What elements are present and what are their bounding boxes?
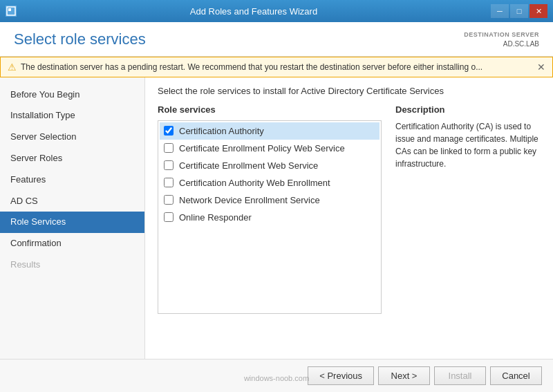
window-controls: ─ □ ✕ (491, 4, 547, 18)
window-body: Select role services DESTINATION SERVER … (0, 22, 553, 392)
description-column: Description Certification Authority (CA)… (395, 104, 541, 351)
sidebar: Before You Begin Installation Type Serve… (0, 77, 145, 359)
service-item-enrollment-web[interactable]: Certificate Enrollment Web Service (160, 157, 379, 174)
service-checkbox-enrollment-policy[interactable] (164, 143, 174, 153)
service-label-1: Certificate Enrollment Policy Web Servic… (179, 143, 345, 153)
service-checkbox-enrollment-web[interactable] (164, 160, 174, 170)
window-title: Add Roles and Features Wizard (17, 6, 491, 17)
destination-server-info: DESTINATION SERVER AD.SC.LAB (464, 30, 539, 49)
service-label-4: Network Device Enrollment Service (179, 195, 320, 205)
service-item-online-responder[interactable]: Online Responder (160, 209, 379, 226)
close-button[interactable]: ✕ (529, 4, 547, 18)
destination-server-name: AD.SC.LAB (464, 39, 539, 49)
main-content: Select the role services to install for … (145, 77, 553, 359)
warning-close-button[interactable]: ✕ (537, 62, 545, 73)
header: Select role services DESTINATION SERVER … (0, 22, 553, 57)
services-list: Certification Authority Certificate Enro… (158, 120, 382, 314)
sidebar-item-features[interactable]: Features (0, 169, 144, 191)
sidebar-item-installation-type[interactable]: Installation Type (0, 105, 144, 127)
page-title: Select role services (14, 30, 146, 48)
sidebar-item-ad-cs[interactable]: AD CS (0, 191, 144, 212)
service-label-3: Certification Authority Web Enrollment (179, 178, 330, 188)
warning-bar: ⚠ The destination server has a pending r… (0, 57, 553, 77)
sidebar-item-server-roles[interactable]: Server Roles (0, 148, 144, 169)
destination-label: DESTINATION SERVER (464, 30, 539, 39)
install-button[interactable]: Install (434, 366, 486, 385)
sidebar-item-server-selection[interactable]: Server Selection (0, 127, 144, 148)
maximize-button[interactable]: □ (510, 4, 528, 18)
service-item-ca-web-enrollment[interactable]: Certification Authority Web Enrollment (160, 174, 379, 192)
warning-icon: ⚠ (8, 62, 17, 73)
description-body: Certification Authority (CA) is used to … (395, 120, 541, 170)
app-icon (6, 6, 17, 17)
warning-text: The destination server has a pending res… (21, 62, 532, 72)
services-column: Role services Certification Authority Ce… (158, 104, 382, 351)
content-area: Before You Begin Installation Type Serve… (0, 77, 553, 359)
two-column-layout: Role services Certification Authority Ce… (158, 104, 541, 351)
service-checkbox-certification-authority[interactable] (164, 126, 174, 136)
sidebar-item-role-services[interactable]: Role Services (0, 212, 144, 233)
service-label-2: Certificate Enrollment Web Service (179, 160, 318, 171)
service-checkbox-online-responder[interactable] (164, 212, 174, 222)
footer: < Previous Next > Install Cancel (0, 359, 553, 392)
services-header: Role services (158, 104, 382, 115)
service-label-5: Online Responder (179, 212, 252, 223)
service-label-0: Certification Authority (179, 126, 264, 136)
service-checkbox-ca-web-enrollment[interactable] (164, 178, 174, 187)
service-checkbox-ndes[interactable] (164, 195, 174, 205)
description-header: Description (395, 104, 541, 115)
service-item-certification-authority[interactable]: Certification Authority (160, 122, 379, 140)
svg-rect-1 (8, 8, 11, 11)
title-bar: Add Roles and Features Wizard ─ □ ✕ (0, 0, 553, 22)
service-item-enrollment-policy[interactable]: Certificate Enrollment Policy Web Servic… (160, 140, 379, 157)
minimize-button[interactable]: ─ (491, 4, 509, 18)
cancel-button[interactable]: Cancel (490, 366, 542, 385)
service-item-ndes[interactable]: Network Device Enrollment Service (160, 192, 379, 209)
next-button[interactable]: Next > (378, 366, 430, 385)
sidebar-item-before-you-begin[interactable]: Before You Begin (0, 84, 144, 106)
sidebar-item-results: Results (0, 254, 144, 276)
previous-button[interactable]: < Previous (308, 366, 374, 385)
content-description: Select the role services to install for … (158, 86, 541, 96)
sidebar-item-confirmation[interactable]: Confirmation (0, 233, 144, 254)
